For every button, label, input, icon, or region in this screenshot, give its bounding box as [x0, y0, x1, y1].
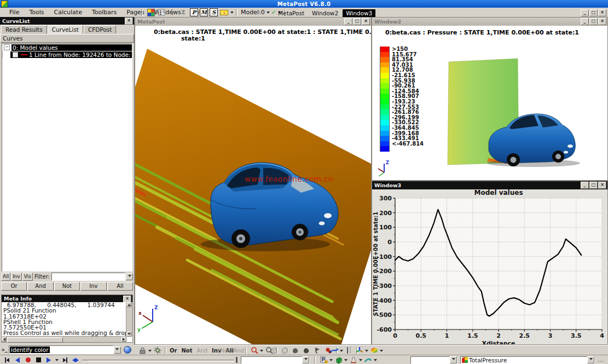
operator-and-button[interactable]: And — [196, 348, 207, 354]
tree-row[interactable]: −0: Model values — [2, 44, 132, 51]
logic-and-button[interactable]: And — [27, 282, 53, 291]
logic-inv-button[interactable]: Inv — [80, 282, 106, 291]
animation-slider-track[interactable] — [82, 360, 234, 362]
window2-3d-viewport[interactable]: Z 0:beta.cas : Pressure : STATE 1,TIME 0… — [372, 26, 607, 180]
axis-limits-icon[interactable] — [344, 346, 354, 355]
axes-jack-icon[interactable] — [355, 346, 364, 355]
model-cube-icon[interactable] — [334, 356, 343, 364]
horizontal-scrollbar[interactable] — [2, 336, 126, 342]
operator-not-button[interactable]: Not — [181, 348, 192, 354]
frame-select-dropdown[interactable] — [241, 356, 310, 364]
close-button[interactable]: × — [598, 18, 606, 25]
menu-item-toolbars[interactable]: Toolbars — [87, 8, 121, 17]
animation-slider-handle[interactable] — [236, 357, 238, 363]
app-title-bar[interactable]: MetaPost V6.8.0 — [0, 0, 608, 8]
loop-button[interactable] — [72, 356, 79, 363]
panel-tab-read-results[interactable]: Read Results — [1, 25, 47, 34]
flag-tool-icon[interactable] — [312, 346, 322, 355]
minimize-button[interactable]: _ — [581, 182, 589, 189]
chevron-down-icon[interactable] — [260, 350, 263, 354]
chevron-down-icon[interactable] — [148, 350, 152, 354]
tree-expander-icon[interactable]: − — [4, 44, 10, 50]
gear-settings-icon[interactable] — [153, 346, 162, 355]
minimize-button[interactable]: _ — [344, 18, 352, 25]
restore-button[interactable]: □ — [353, 18, 361, 25]
record-button[interactable] — [24, 356, 32, 363]
chevron-down-icon[interactable] — [344, 359, 348, 363]
metapost-3d-viewport[interactable]: Z x y 0:beta.cas : STATE 1,TIME 0.00E+00… — [135, 26, 371, 344]
model-selector[interactable]: Model:0 — [241, 9, 265, 16]
play-button[interactable] — [45, 356, 53, 363]
deform-arrow-icon[interactable] — [363, 356, 373, 364]
identify-icon[interactable] — [179, 8, 188, 16]
operator-or-button[interactable]: Or — [170, 348, 177, 354]
previous-frame-button[interactable] — [14, 356, 21, 363]
fringe-sphere-icon[interactable] — [369, 346, 379, 355]
state-dropdown[interactable] — [410, 356, 458, 364]
chevron-down-icon[interactable] — [329, 359, 333, 363]
execute-button[interactable] — [124, 346, 131, 354]
chevron-down-icon[interactable] — [374, 359, 377, 363]
window2-title-bar[interactable]: Window2 _ □ × — [372, 18, 607, 26]
filter-inv-button[interactable]: Inv — [11, 273, 22, 281]
tab-window3[interactable]: Window3 — [343, 9, 375, 17]
minimize-button[interactable]: _ — [581, 9, 589, 16]
close-button[interactable]: × — [598, 9, 606, 16]
restore-button[interactable]: □ — [589, 18, 598, 25]
first-frame-button[interactable] — [3, 356, 11, 363]
palette-icon[interactable] — [146, 8, 155, 16]
close-button[interactable]: × — [362, 18, 370, 25]
chevron-down-icon[interactable] — [365, 350, 368, 354]
tab-metapost[interactable]: MetaPost — [275, 9, 308, 17]
lock-icon[interactable] — [138, 346, 147, 355]
curve-style-icon[interactable] — [329, 346, 339, 355]
results-flask-icon[interactable] — [349, 356, 358, 364]
shaded-solid-icon[interactable] — [291, 346, 300, 355]
restore-button[interactable]: □ — [589, 9, 598, 16]
window3-title-bar[interactable]: Window3 _ □ × — [372, 181, 607, 189]
probe-cursor-icon[interactable] — [168, 8, 177, 16]
chevron-down-icon[interactable] — [340, 350, 343, 354]
command-input[interactable]: identify color — [9, 345, 114, 354]
chevron-down-icon[interactable] — [267, 11, 270, 15]
chevron-down-icon[interactable] — [380, 350, 383, 354]
logic-all-button[interactable]: All — [107, 282, 133, 291]
vertical-scrollbar[interactable] — [126, 302, 132, 337]
close-button[interactable]: × — [598, 182, 606, 189]
post-states-icon[interactable]: P — [319, 356, 328, 364]
logic-or-button[interactable]: Or — [1, 282, 27, 291]
s-tool-icon[interactable]: S — [210, 8, 218, 16]
close-icon[interactable]: × — [125, 18, 133, 25]
menu-item-calculate[interactable]: Calculate — [49, 8, 87, 17]
shaded-solid-dark-icon[interactable] — [302, 346, 311, 355]
tree-item[interactable]: 1 Line from Node: 192426 to Node: 241399… — [10, 51, 132, 58]
chevron-down-icon[interactable] — [55, 359, 59, 363]
tree-row[interactable]: 1 Line from Node: 192426 to Node: 241399… — [2, 51, 132, 58]
minimize-button[interactable]: _ — [581, 18, 589, 25]
chart-area[interactable]: 3002001000-100-200-300-400-500-60000.511… — [372, 189, 607, 344]
chevron-down-icon[interactable] — [359, 359, 362, 363]
last-frame-button[interactable] — [61, 356, 69, 363]
curvelist-title-bar[interactable]: CurveList × — [0, 17, 134, 25]
stop-button[interactable] — [34, 356, 42, 363]
metapost-window-title-bar[interactable]: MetaPost _ □ × — [135, 18, 371, 26]
command-history-dropdown[interactable] — [114, 346, 121, 354]
zoom-area-icon[interactable] — [250, 346, 259, 355]
tree-item-label[interactable]: 0: Model values — [11, 44, 132, 51]
menu-item-file[interactable]: File — [4, 8, 24, 17]
panel-tab-cfdpost[interactable]: CFDPost — [84, 25, 116, 34]
filter-all-button[interactable]: All — [1, 273, 10, 281]
m-tool-icon[interactable]: M — [200, 8, 208, 16]
curves-tree[interactable]: −0: Model values1 Line from Node: 192426… — [2, 43, 132, 271]
annotation-tag-icon[interactable]: -L — [219, 8, 229, 16]
tab-window2[interactable]: Window2 — [309, 9, 341, 17]
panel-tab-curvelist[interactable]: CurveList — [48, 25, 83, 34]
filter-vis-button[interactable]: Vis — [22, 273, 33, 281]
restore-button[interactable]: □ — [589, 182, 598, 189]
menu-item-tools[interactable]: Tools — [24, 8, 49, 17]
wireframe-cube-icon[interactable] — [269, 346, 278, 355]
filter-input[interactable] — [51, 273, 125, 281]
logic-not-button[interactable]: Not — [54, 282, 80, 291]
p-tool-icon[interactable]: P — [190, 8, 198, 16]
hidden-line-cube-icon[interactable] — [280, 346, 289, 355]
